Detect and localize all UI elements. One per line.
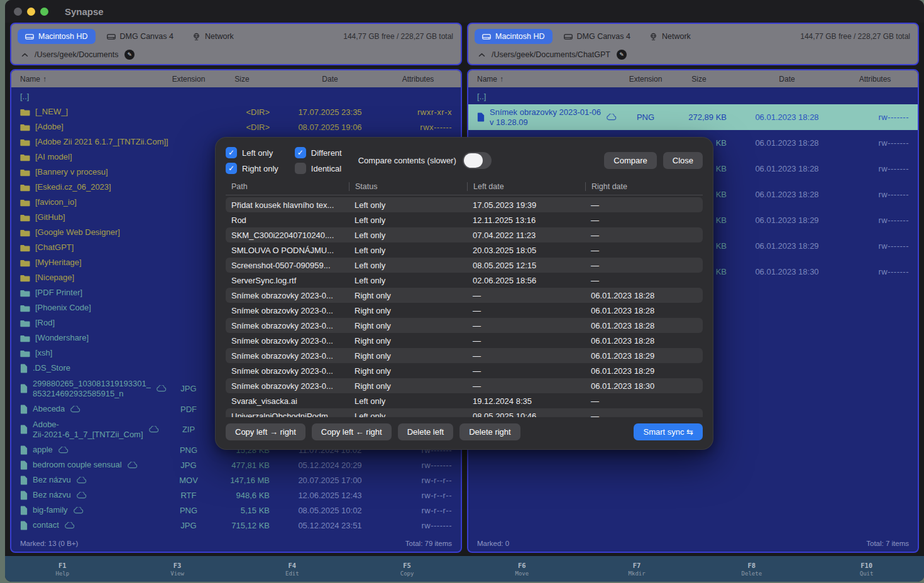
checkbox-checked-icon[interactable]: ✓ [295, 147, 306, 158]
window-title: Synapse [65, 6, 104, 17]
file-row[interactable]: [..] [11, 89, 461, 104]
header-name[interactable]: Name↑ [477, 75, 626, 84]
file-row[interactable]: Bez názvuRTF948,6 KB12.06.2025 12:43rw-r… [11, 488, 461, 503]
chevron-up-icon[interactable] [21, 53, 28, 57]
action-delete-right[interactable]: Delete right [459, 423, 520, 440]
file-row[interactable]: Bez názvuMOV147,16 MB20.07.2025 17:00rw-… [11, 472, 461, 488]
dialog-row[interactable]: UniverzalniObchodniPodm...Left only08.05… [226, 408, 703, 417]
action-copy-left-right[interactable]: Copy left ← right [312, 423, 392, 440]
chevron-up-icon[interactable] [478, 53, 485, 57]
filter-different[interactable]: ✓Different [295, 147, 342, 158]
window-close-button[interactable] [14, 8, 22, 16]
cloud-icon [76, 477, 87, 484]
dialog-row[interactable]: ServerSync.log.rtfLeft only02.06.2025 18… [226, 273, 703, 288]
filter-right-only[interactable]: ✓Right only [226, 163, 278, 174]
dialog-row[interactable]: Snímek obrazovky 2023-0...Right only—06.… [226, 333, 703, 348]
filter-identical[interactable]: Identical [295, 163, 342, 174]
drive-button-network[interactable]: Network [642, 29, 698, 44]
drive-button-macintosh-hd[interactable]: Macintosh HD [475, 29, 553, 44]
dialog-row[interactable]: SMLOUVA O PODNÁJMU...Left only20.03.2025… [226, 242, 703, 258]
dialog-controls: ✓Left only✓Right only✓DifferentIdentical… [226, 147, 703, 174]
fn-key-f7[interactable]: F7Mkdir [580, 562, 695, 577]
file-row[interactable]: contactJPG715,12 KB05.12.2024 23:51rw---… [11, 518, 461, 533]
file-name-line: [Adobe Zii 2021 6.1.7_[TNTZii.Com]] [35, 137, 168, 147]
dialog-row[interactable]: Snímek obrazovky 2023-0...Right only—06.… [226, 348, 703, 363]
file-name-line: [..] [477, 92, 486, 102]
folder-icon [20, 123, 30, 131]
dialog-row[interactable]: SKM_C300i22040710240....Left only07.04.2… [226, 227, 703, 242]
file-attrs: rw------- [841, 164, 909, 173]
drive-button-network[interactable]: Network [185, 29, 241, 44]
file-row[interactable]: [_NEW_]<DIR>17.07.2025 23:35rwxr-xr-x [11, 104, 461, 119]
header-name[interactable]: Name↑ [20, 75, 169, 84]
dialog-table-rows: Přidat kousek hlavního tex...Left only17… [226, 197, 703, 417]
window-zoom-button[interactable] [40, 8, 48, 16]
fn-key-f5[interactable]: F5Copy [349, 562, 465, 577]
current-path[interactable]: /Users/geek/Documents/ChatGPT [492, 50, 610, 59]
fn-key-f1[interactable]: F1Help [5, 562, 120, 577]
action-copy-left-right[interactable]: Copy left → right [226, 423, 305, 440]
dialog-row[interactable]: Snímek obrazovky 2023-0...Right only—06.… [226, 363, 703, 378]
row-right-date: — [585, 396, 703, 406]
current-path[interactable]: /Users/geek/Documents [35, 50, 118, 59]
compare-contents-toggle[interactable] [463, 152, 492, 169]
dialog-row[interactable]: Snímek obrazovky 2023-0...Right only—06.… [226, 318, 703, 333]
header-extension[interactable]: Extension [169, 75, 208, 84]
dialog-row[interactable]: Snímek obrazovky 2023-0...Right only—06.… [226, 288, 703, 303]
filter-left-only[interactable]: ✓Left only [226, 147, 278, 158]
fn-key-f8[interactable]: F8Delete [695, 562, 810, 577]
drive-buttons: Macintosh HDDMG Canvas 4Network [18, 29, 241, 44]
row-left-date: — [467, 366, 585, 376]
dialog-header-path[interactable]: Path [226, 182, 349, 191]
row-status: Left only [349, 246, 467, 255]
drive-button-dmg-canvas-4[interactable]: DMG Canvas 4 [556, 29, 638, 44]
drive-label: DMG Canvas 4 [120, 32, 173, 41]
file-row[interactable]: big-familyPNG5,15 KB08.05.2025 10:02rw-r… [11, 503, 461, 518]
header-size[interactable]: Size [208, 75, 276, 84]
file-attrs: rw------- [841, 112, 909, 122]
dialog-header-left-date[interactable]: Left date [467, 182, 585, 191]
dialog-row[interactable]: Screenshot-0507-090959...Left only08.05.… [226, 258, 703, 273]
header-attributes[interactable]: Attributes [841, 75, 909, 84]
file-name-line: v 18.28.09 [490, 117, 601, 128]
file-ext: PNG [169, 506, 208, 515]
titlebar: Synapse [5, 0, 924, 23]
row-left-date: 20.03.2025 18:05 [467, 246, 585, 255]
checkbox-checked-icon[interactable]: ✓ [226, 147, 237, 158]
fn-key-f10[interactable]: F10Quit [809, 562, 924, 577]
file-name: [Adobe Zii 2021 6.1.7_[TNTZii.Com]] [35, 137, 168, 147]
checkbox-unchecked-icon[interactable] [295, 163, 306, 174]
edit-path-icon[interactable]: ✎ [617, 50, 627, 60]
edit-path-icon[interactable]: ✎ [124, 50, 135, 60]
dialog-row[interactable]: RodLeft only12.11.2025 13:16— [226, 212, 703, 227]
window-minimize-button[interactable] [27, 8, 35, 16]
dialog-header-right-date[interactable]: Right date [585, 182, 703, 191]
header-date[interactable]: Date [276, 75, 384, 84]
dialog-row[interactable]: Svarak_visacka.aiLeft only19.12.2024 8:3… [226, 393, 703, 408]
fn-key-f3[interactable]: F3View [120, 562, 235, 577]
header-size[interactable]: Size [665, 75, 733, 84]
header-date[interactable]: Date [733, 75, 841, 84]
fn-key-f6[interactable]: F6Move [465, 562, 580, 577]
file-row[interactable]: [..] [468, 89, 918, 104]
compare-button[interactable]: Compare [604, 152, 656, 169]
file-row[interactable]: [Adobe]<DIR>08.07.2025 19:06rwx------ [11, 119, 461, 134]
smart-sync-button[interactable]: Smart sync ⇆ [634, 423, 703, 440]
checkbox-checked-icon[interactable]: ✓ [226, 163, 237, 174]
action-delete-left[interactable]: Delete left [398, 423, 454, 440]
drive-button-dmg-canvas-4[interactable]: DMG Canvas 4 [99, 29, 181, 44]
drive-button-macintosh-hd[interactable]: Macintosh HD [18, 29, 96, 44]
dialog-header-status[interactable]: Status [349, 182, 467, 191]
fn-key-f4[interactable]: F4Edit [235, 562, 350, 577]
file-name-cell: [Adobe] [20, 122, 169, 132]
file-ext: MOV [169, 476, 208, 485]
header-attributes[interactable]: Attributes [384, 75, 452, 84]
header-extension[interactable]: Extension [626, 75, 665, 84]
dialog-row[interactable]: Snímek obrazovky 2023-0...Right only—06.… [226, 303, 703, 318]
dialog-row[interactable]: Přidat kousek hlavního tex...Left only17… [226, 197, 703, 212]
dialog-row[interactable]: Snímek obrazovky 2023-0...Right only—06.… [226, 378, 703, 393]
file-row[interactable]: Snímek obrazovky 2023-01-06v 18.28.09PNG… [468, 104, 918, 130]
close-button[interactable]: Close [663, 152, 703, 169]
file-row[interactable]: bedroom couple sensualJPG477,81 KB05.12.… [11, 457, 461, 472]
network-icon [649, 33, 657, 41]
